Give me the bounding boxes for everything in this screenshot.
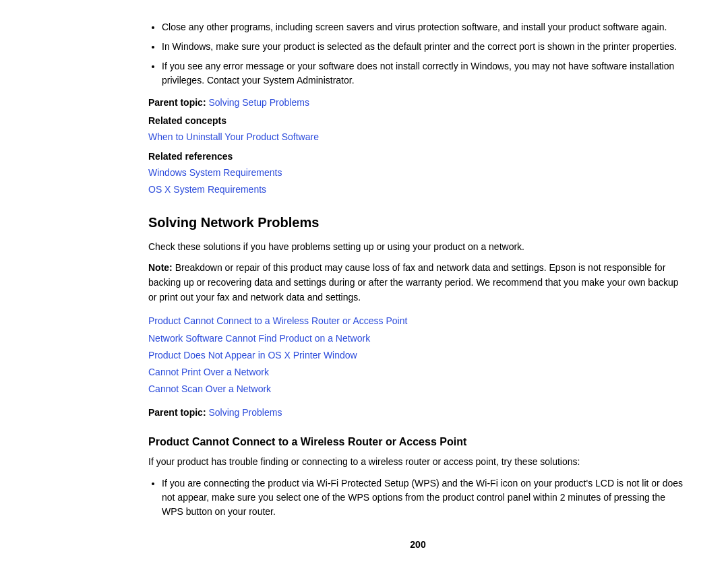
wps-bullet: If you are connecting the product via Wi…	[162, 476, 688, 519]
related-references-links: Windows System Requirements OS X System …	[148, 164, 688, 198]
solving-network-intro: Check these solutions if you have proble…	[148, 240, 688, 255]
product-cannot-connect-heading: Product Cannot Connect to a Wireless Rou…	[148, 436, 688, 448]
product-not-appear-osx-link[interactable]: Product Does Not Appear in OS X Printer …	[148, 347, 688, 364]
windows-system-requirements-link[interactable]: Windows System Requirements	[148, 164, 688, 181]
parent-topic-label-2: Parent topic:	[148, 407, 206, 418]
solving-setup-problems-link[interactable]: Solving Setup Problems	[208, 97, 309, 108]
page-container: Close any other programs, including scre…	[0, 0, 728, 562]
related-concepts-links: When to Uninstall Your Product Software	[148, 129, 688, 146]
bullet-item-3: If you see any error message or your sof…	[162, 59, 688, 88]
parent-topic-line-1: Parent topic: Solving Setup Problems	[148, 96, 688, 110]
cannot-print-network-link[interactable]: Cannot Print Over a Network	[148, 364, 688, 381]
parent-topic-label-1: Parent topic:	[148, 97, 206, 108]
related-concepts-label: Related concepts	[148, 115, 688, 126]
page-number: 200	[148, 539, 688, 550]
network-software-cannot-find-link[interactable]: Network Software Cannot Find Product on …	[148, 330, 688, 347]
note-prefix: Note:	[148, 262, 173, 273]
related-references-label: Related references	[148, 151, 688, 162]
uninstall-product-software-link[interactable]: When to Uninstall Your Product Software	[148, 129, 688, 146]
solving-problems-link[interactable]: Solving Problems	[208, 407, 282, 418]
bullet-item-1: Close any other programs, including scre…	[162, 20, 688, 34]
note-body: Breakdown or repair of this product may …	[148, 262, 679, 302]
top-bullet-list: Close any other programs, including scre…	[162, 20, 688, 88]
product-cannot-connect-link[interactable]: Product Cannot Connect to a Wireless Rou…	[148, 313, 688, 330]
product-cannot-connect-bullets: If you are connecting the product via Wi…	[162, 476, 688, 519]
parent-topic-line-2: Parent topic: Solving Problems	[148, 406, 688, 420]
bullet-item-2: In Windows, make sure your product is se…	[162, 40, 688, 54]
osx-system-requirements-link[interactable]: OS X System Requirements	[148, 181, 688, 198]
product-cannot-connect-intro: If your product has trouble finding or c…	[148, 455, 688, 470]
solving-network-note: Note: Breakdown or repair of this produc…	[148, 261, 688, 305]
cannot-scan-network-link[interactable]: Cannot Scan Over a Network	[148, 381, 688, 398]
solving-network-heading: Solving Network Problems	[148, 215, 688, 230]
network-links-block: Product Cannot Connect to a Wireless Rou…	[148, 313, 688, 398]
